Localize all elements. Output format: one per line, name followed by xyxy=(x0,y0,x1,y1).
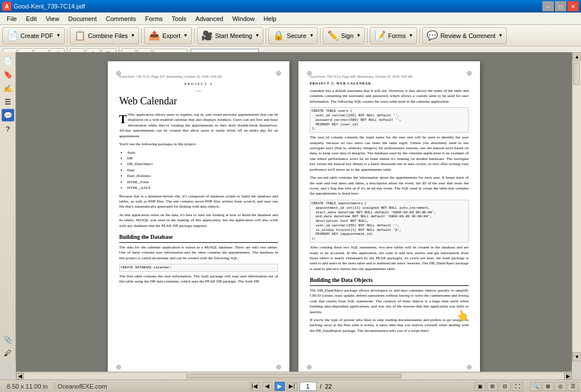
start-meeting-button[interactable]: 🎥 Start Meeting ▼ xyxy=(197,27,263,44)
project-label-left: PROJECT 3 xyxy=(119,82,278,86)
page-content-left: PROJECT 3 ___ Web Calendar TThis applica… xyxy=(119,82,278,285)
zoom-out-status[interactable]: 🔍 xyxy=(530,382,541,391)
drop-cap: T xyxy=(119,113,127,125)
app-icon: A xyxy=(2,2,11,11)
page-body-left: TThis application allows users to regist… xyxy=(119,112,278,285)
section-data-objects-title: Building the Data Objects xyxy=(310,276,469,286)
two-page-view[interactable]: ⊟ xyxy=(499,382,511,391)
package-html-ajax: HTML_AJAX xyxy=(127,186,278,191)
crop-mark-br: ⊕ xyxy=(276,363,281,371)
minimize-button[interactable]: – xyxy=(542,1,554,11)
create-pdf-button[interactable]: 📄 Create PDF ▼ xyxy=(2,27,65,44)
vertical-scrollbar[interactable]: ▲ ▼ xyxy=(572,52,581,361)
start-meeting-icon: 🎥 xyxy=(201,29,213,42)
single-page-view[interactable]: ▣ xyxy=(474,382,486,391)
sign-icon: ✏️ xyxy=(327,29,339,42)
crop-mark-br-r: ⊕ xyxy=(466,363,472,371)
left-tool-bookmarks[interactable]: 🔖 xyxy=(2,68,14,81)
left-tool-unknown[interactable]: ? xyxy=(2,123,14,135)
scroll-left-button[interactable]: ◀ xyxy=(16,373,24,380)
export-button[interactable]: 📤 Export ▼ xyxy=(144,27,192,44)
menu-help[interactable]: Help xyxy=(259,14,281,23)
separator xyxy=(320,28,321,44)
next-page-button[interactable]: ▶ xyxy=(275,382,285,391)
section-db-title: Building the Database xyxy=(119,233,278,243)
pdf-viewer: Good-Kent, 739-7C14, Page 337, Wednesday… xyxy=(16,52,572,380)
last-page-button[interactable]: ▶| xyxy=(287,382,297,391)
left-tool-comments[interactable]: 💬 xyxy=(2,109,14,121)
left-tool-signatures[interactable]: ✍ xyxy=(2,82,14,94)
secure-arrow: ▼ xyxy=(309,33,314,38)
scroll-thumb[interactable] xyxy=(573,62,580,85)
pdf-page-right: Good-Kent, 739-7C14, Page 338, Wednesday… xyxy=(298,61,480,379)
scroll-track[interactable] xyxy=(572,61,581,352)
menu-document[interactable]: Document xyxy=(64,14,101,23)
secure-icon: 🔒 xyxy=(272,29,285,42)
create-pdf-arrow: ▼ xyxy=(56,33,61,38)
horizontal-scrollbar[interactable]: ◀ ▶ xyxy=(16,372,572,380)
crop-mark-bl: ⊕ xyxy=(116,363,121,371)
fullscreen-view[interactable]: ⛶ xyxy=(512,382,523,391)
menu-tools[interactable]: Tools xyxy=(167,14,191,23)
loupe-view[interactable]: ◎ xyxy=(555,382,566,391)
code-create-db: CREATE DATABASE calendar; xyxy=(119,264,278,272)
scroll-right-button[interactable]: ▶ xyxy=(564,373,572,380)
window-controls: – □ ✕ xyxy=(542,1,579,11)
first-page-button[interactable]: |◀ xyxy=(250,382,260,391)
forms-button[interactable]: 📝 Forms ▼ xyxy=(370,27,417,44)
scroll-down-button[interactable]: ▼ xyxy=(572,352,581,361)
left-tool-panel: 📄 🔖 ✍ ☰ 💬 ? 📎 🖊 xyxy=(0,52,16,361)
separator xyxy=(141,28,142,44)
page-title-left: Web Calendar xyxy=(119,95,278,108)
window-title: Good-Kent_739-7C14.pdf xyxy=(14,3,542,10)
separator xyxy=(367,28,368,44)
review-icon: 💬 xyxy=(426,29,439,42)
left-tool-pages[interactable]: 📄 xyxy=(2,54,14,67)
left-tool-attachment[interactable]: 📎 xyxy=(2,333,14,345)
package-auth: Auth xyxy=(127,150,278,155)
h-scroll-thumb[interactable] xyxy=(186,374,402,378)
page-header-right: Good-Kent, 739-7C14, Page 338, Wednesday… xyxy=(310,75,469,78)
crop-mark-bl-r: ⊕ xyxy=(306,363,312,371)
separator xyxy=(194,28,195,44)
menu-comments[interactable]: Comments xyxy=(102,14,141,23)
view-controls: ▣ ⊞ ⊟ ⛶ 🔍 ⊠ ◎ ☰ xyxy=(474,382,579,391)
left-tool-layers[interactable]: ☰ xyxy=(2,95,14,108)
menu-advanced[interactable]: Advanced xyxy=(191,14,228,23)
separator xyxy=(419,28,420,44)
review-comment-button[interactable]: 💬 Review & Comment ▼ xyxy=(422,27,507,44)
crop-mark-tl: ⊕ xyxy=(116,69,121,77)
page-body-right: container has a default username that it… xyxy=(310,88,469,334)
h-scroll-track[interactable] xyxy=(24,373,564,379)
hand-cursor-icon: 👆 xyxy=(456,309,469,322)
export-icon: 📤 xyxy=(148,29,161,42)
toolbar-main: 📄 Create PDF ▼ 📋 Combine Files ▼ 📤 Expor… xyxy=(0,25,581,47)
menu-forms[interactable]: Forms xyxy=(141,14,167,23)
scroll-up-button[interactable]: ▲ xyxy=(572,52,581,61)
close-button[interactable]: ✕ xyxy=(567,1,579,11)
reading-mode[interactable]: ☰ xyxy=(567,382,579,391)
left-tool-annotation[interactable]: 🖊 xyxy=(2,347,14,359)
package-db-dataobject: DB_DataObject xyxy=(127,162,278,167)
code-create-appointments: CREATE TABLE appointments ( appointment_… xyxy=(310,200,469,243)
code-create-users: CREATE TABLE users ( user_id varchar(255… xyxy=(310,107,469,133)
page-number-input[interactable] xyxy=(300,382,317,391)
sign-button[interactable]: ✏️ Sign ▼ xyxy=(323,27,365,44)
menu-window[interactable]: Window xyxy=(228,14,259,23)
title-bar: A Good-Kent_739-7C14.pdf – □ ✕ xyxy=(0,0,581,12)
create-pdf-icon: 📄 xyxy=(6,29,19,42)
continuous-view[interactable]: ⊞ xyxy=(487,382,498,391)
combine-files-button[interactable]: 📋 Combine Files ▼ xyxy=(70,27,139,44)
package-holidays: Date_Holidays xyxy=(127,174,278,179)
maximize-button[interactable]: □ xyxy=(555,1,566,11)
secure-button[interactable]: 🔒 Secure ▼ xyxy=(268,27,318,44)
status-text: OceanofEXE.com xyxy=(57,383,107,390)
meeting-arrow: ▼ xyxy=(255,33,259,38)
reflow-view[interactable]: ⊠ xyxy=(542,382,554,391)
prev-page-button[interactable]: ◀ xyxy=(262,382,272,391)
menu-edit[interactable]: Edit xyxy=(22,14,41,23)
status-bar: 8.50 x 11.00 in OceanofEXE.com |◀ ◀ ▶ ▶|… xyxy=(0,380,581,392)
menu-view[interactable]: View xyxy=(41,14,64,23)
menu-file[interactable]: File xyxy=(2,14,22,23)
separator xyxy=(266,28,266,44)
